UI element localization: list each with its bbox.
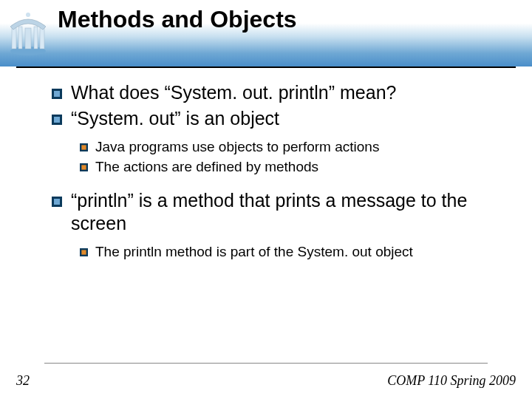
svg-rect-12 <box>81 145 86 149</box>
footer-text: COMP 110 Spring 2009 <box>387 373 516 389</box>
bullet-item: What does “System. out. println” mean? <box>52 81 510 104</box>
content-area: What does “System. out. println” mean? “… <box>52 81 510 263</box>
svg-rect-4 <box>34 27 38 49</box>
bullet-item: “println” is a method that prints a mess… <box>52 189 510 236</box>
sub-bullet-item: The actions are defined by methods <box>80 158 510 176</box>
bullet-text: “println” is a method that prints a mess… <box>71 189 510 236</box>
svg-rect-5 <box>25 28 31 49</box>
square-bullet-icon <box>80 163 88 171</box>
square-bullet-icon <box>80 248 88 256</box>
square-bullet-icon <box>80 143 88 151</box>
bullet-text: “System. out” is an object <box>71 107 510 130</box>
square-bullet-icon <box>52 197 62 207</box>
bullet-text: What does “System. out. println” mean? <box>71 81 510 104</box>
svg-rect-8 <box>54 91 60 97</box>
bullet-text: The actions are defined by methods <box>95 158 510 176</box>
svg-rect-3 <box>18 27 22 49</box>
unc-logo <box>7 10 49 56</box>
slide-title: Methods and Objects <box>58 6 297 33</box>
slide-number: 32 <box>16 373 30 389</box>
bullet-text: The println method is part of the System… <box>95 243 510 261</box>
svg-rect-10 <box>54 117 60 123</box>
svg-rect-14 <box>81 166 86 170</box>
sub-bullet-item: The println method is part of the System… <box>80 243 510 261</box>
bullet-text: Java programs use objects to perform act… <box>95 138 510 156</box>
square-bullet-icon <box>52 89 62 99</box>
footer-rule <box>44 363 488 364</box>
square-bullet-icon <box>52 115 62 125</box>
svg-point-6 <box>26 13 30 17</box>
title-underline <box>16 66 516 68</box>
bullet-item: “System. out” is an object <box>52 107 510 130</box>
svg-rect-18 <box>81 250 86 254</box>
svg-rect-16 <box>54 199 60 205</box>
sub-bullet-item: Java programs use objects to perform act… <box>80 138 510 156</box>
